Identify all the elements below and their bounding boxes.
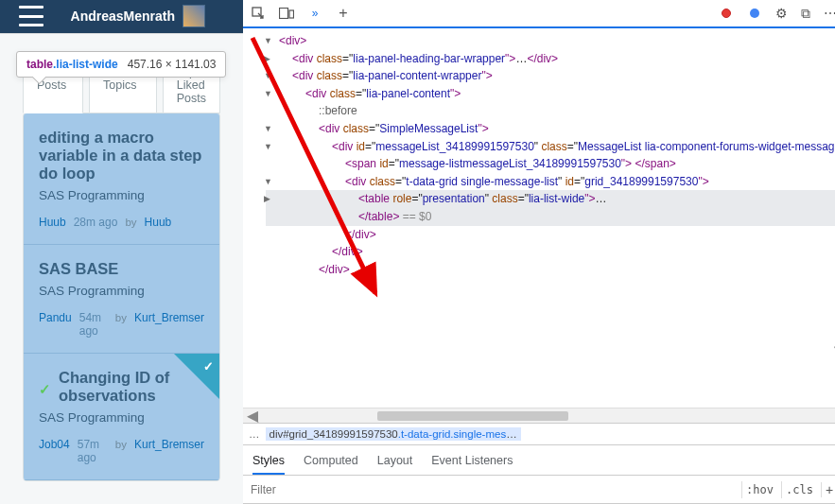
check-icon [39,380,51,394]
svg-rect-1 [280,9,288,19]
post-card[interactable]: ✓ Changing ID of observations SAS Progra… [24,354,219,480]
post-category[interactable]: SAS Programming [39,410,204,425]
svg-rect-2 [289,10,294,18]
cls-toggle[interactable]: .cls [781,481,817,498]
styles-tabs: Styles Computed Layout Event Listeners » [243,445,835,476]
post-meta: Job04 57m ago by Kurt_Bremser [39,438,204,464]
hov-toggle[interactable]: :hov [741,481,777,498]
post-card[interactable]: editing a macro variable in a data step … [24,113,219,245]
username-label: AndreasMenrath [71,9,175,24]
plus-icon[interactable]: + [336,7,351,20]
inspect-icon[interactable] [251,7,266,20]
post-meta: Pandu 54m ago by Kurt_Bremser [39,311,204,338]
cursor-icon: ↖ [830,338,835,360]
post-category[interactable]: SAS Programming [39,284,204,298]
device-icon[interactable] [279,7,294,20]
post-card[interactable]: SAS BASE SAS Programming Pandu 54m ago b… [24,245,219,354]
content-area: table.lia-list-wide 457.16 × 1141.03 Lat… [0,34,243,504]
site-header: AndreasMenrath [0,0,243,33]
post-list: editing a macro variable in a data step … [24,113,219,480]
tab-layout[interactable]: Layout [377,446,413,475]
check-icon: ✓ [203,359,214,374]
devtools: » + ⚙ ⧉ ⋯ ✕ ▼<div> ▶<div class="lia-pane… [243,0,835,504]
posts-panel: editing a macro variable in a data step … [23,113,220,481]
blue-dot-icon[interactable] [747,7,762,20]
filter-input[interactable] [251,483,738,496]
styles-filter-row: :hov .cls + ▣ [243,476,835,504]
new-rule-icon[interactable]: + [821,482,835,497]
post-category[interactable]: SAS Programming [39,188,204,202]
tab-event-listeners[interactable]: Event Listeners [431,446,513,475]
post-meta: Huub 28m ago by Huub [39,216,204,229]
link-icon[interactable]: ⧉ [801,6,810,22]
post-title[interactable]: SAS BASE [39,260,204,278]
element-inspect-tooltip: table.lia-list-wide 457.16 × 1141.03 [16,51,226,78]
avatar [183,5,205,27]
tab-computed[interactable]: Computed [304,446,358,475]
more-tabs-icon[interactable]: » [307,7,322,20]
user-block[interactable]: AndreasMenrath [71,5,205,27]
record-icon[interactable] [719,7,734,20]
horizontal-scrollbar[interactable]: ◀ ▶ [243,408,835,423]
post-title[interactable]: editing a macro variable in a data step … [39,129,204,182]
tab-styles[interactable]: Styles [252,446,285,475]
selected-node[interactable]: ▶<table role="presentation" class="lia-l… [266,190,835,208]
breadcrumb-bar[interactable]: … div#grid_34189991597530.t-data-grid.si… [243,423,835,445]
devtools-toolbar: » + ⚙ ⧉ ⋯ ✕ [243,0,835,28]
dom-tree[interactable]: ▼<div> ▶<div class="lia-panel-heading-ba… [243,28,835,408]
page-left: AndreasMenrath table.lia-list-wide 457.1… [0,0,243,504]
hamburger-menu-icon[interactable] [19,6,43,26]
more-icon[interactable]: ⋯ [824,6,835,21]
gear-icon[interactable]: ⚙ [775,6,788,21]
